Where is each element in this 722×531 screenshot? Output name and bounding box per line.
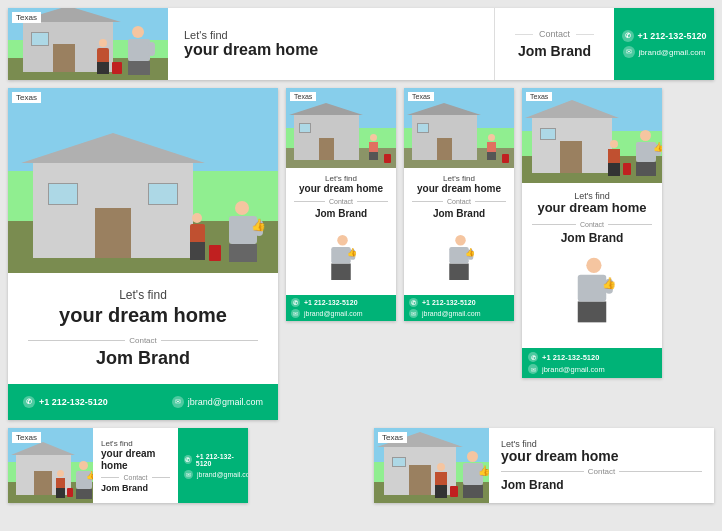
card-large-tagline2: your dream home bbox=[28, 304, 258, 326]
email-line: ✉ jbrand@gmail.com bbox=[623, 46, 706, 58]
card-large-text: Let's find your dream home Contact Jom B… bbox=[8, 273, 278, 384]
phone-icon: ✆ bbox=[622, 30, 634, 42]
card-large-tagline1: Let's find bbox=[28, 288, 258, 302]
card-med2-portrait: 👍 bbox=[404, 225, 514, 295]
banner-wb-tagline2: your dream home bbox=[501, 449, 702, 464]
card-med1-text: Let's find your dream home Contact Jom B… bbox=[286, 168, 396, 225]
card-med1-tagline1: Let's find bbox=[294, 174, 388, 183]
card-med1-footer: ✆ +1 212-132-5120 ✉ jbrand@gmail.com bbox=[286, 295, 396, 321]
texas-label-tall: Texas bbox=[526, 92, 552, 101]
banner-small-phone-icon: ✆ bbox=[184, 455, 192, 464]
banner-wb-text: Let's find your dream home Contact Jom B… bbox=[489, 428, 714, 503]
medium-cards-group: Texas bbox=[286, 88, 514, 321]
texas-label-med1: Texas bbox=[290, 92, 316, 101]
card-med1-contact-div: Contact bbox=[294, 198, 388, 205]
tagline1: Let's find bbox=[184, 29, 478, 41]
card-large-phone-icon: ✆ bbox=[23, 396, 35, 408]
card-med2-text: Let's find your dream home Contact Jom B… bbox=[404, 168, 514, 225]
card-med2-footer: ✆ +1 212-132-5120 ✉ jbrand@gmail.com bbox=[404, 295, 514, 321]
banner-small-email-icon: ✉ bbox=[184, 470, 193, 479]
banner-small-contact-div: Contact bbox=[101, 474, 170, 481]
banner-small-phone: ✆ +1 212-132-5120 bbox=[184, 453, 242, 467]
banner-wide-top: Texas bbox=[8, 8, 714, 80]
card-tall-tagline2: your dream home bbox=[532, 201, 652, 215]
card-tall-footer: ✆ +1 212-132-5120 ✉ jbrand@gmail.com bbox=[522, 348, 662, 378]
card-med1-tagline2: your dream home bbox=[294, 183, 388, 194]
banner-wide-bottom: Texas bbox=[374, 428, 714, 503]
card-med2-tagline2: your dream home bbox=[412, 183, 506, 194]
card-med2-phone-icon: ✆ bbox=[409, 298, 418, 307]
banner-wb-contact-div: Contact bbox=[501, 467, 702, 476]
card-med2-tagline1: Let's find bbox=[412, 174, 506, 183]
texas-label-top: Texas bbox=[12, 12, 41, 23]
house-sm-1 bbox=[294, 115, 359, 160]
card-medium-2: Texas bbox=[404, 88, 514, 321]
card-med1-house: Texas bbox=[286, 88, 396, 168]
card-large-contact-name: Jom Brand bbox=[28, 348, 258, 369]
banner-top-text: Let's find your dream home bbox=[168, 8, 494, 80]
card-large-house: Texas bbox=[8, 88, 278, 273]
card-tall-email: ✉ jbrand@gmail.com bbox=[528, 364, 656, 374]
card-tall-contact-div: Contact bbox=[532, 221, 652, 228]
card-large-phone: ✆ +1 212-132-5120 bbox=[23, 396, 108, 408]
card-med2-contact-div: Contact bbox=[412, 198, 506, 205]
bottom-row: Texas bbox=[8, 428, 714, 503]
card-med1-phone: ✆ +1 212-132-5120 bbox=[291, 298, 358, 307]
tagline2: your dream home bbox=[184, 41, 478, 59]
card-large: Texas bbox=[8, 88, 278, 420]
card-med1-phone-icon: ✆ bbox=[291, 298, 300, 307]
card-large-contact-divider: Contact bbox=[28, 336, 258, 345]
banner-small: Texas bbox=[8, 428, 248, 503]
card-med2-house: Texas bbox=[404, 88, 514, 168]
card-med1-email: ✉ jbrand@gmail.com bbox=[291, 309, 362, 318]
card-med2-phone: ✆ +1 212-132-5120 bbox=[409, 298, 476, 307]
card-med1-name: Jom Brand bbox=[294, 208, 388, 219]
banner-small-tagline2: your dream home bbox=[101, 448, 170, 472]
canvas: Texas bbox=[0, 0, 722, 531]
contact-divider: Contact bbox=[515, 29, 594, 39]
card-tall-house: Texas bbox=[522, 88, 662, 183]
banner-small-green: ✆ +1 212-132-5120 ✉ jbrand@gmail.com bbox=[178, 428, 248, 503]
card-tall-email-icon: ✉ bbox=[528, 364, 538, 374]
texas-label-med2: Texas bbox=[408, 92, 434, 101]
card-large-footer: ✆ +1 212-132-5120 ✉ jbrand@gmail.com bbox=[8, 384, 278, 420]
banner-top-contact: Contact Jom Brand bbox=[494, 8, 614, 80]
card-med2-email-icon: ✉ bbox=[409, 309, 418, 318]
card-tall-name: Jom Brand bbox=[532, 231, 652, 245]
card-tall-phone: ✆ +1 212-132-5120 bbox=[528, 352, 656, 362]
card-tall-phone-icon: ✆ bbox=[528, 352, 538, 362]
texas-label-small: Texas bbox=[12, 432, 41, 443]
contact-name: Jom Brand bbox=[515, 43, 594, 59]
card-med1-portrait: 👍 bbox=[286, 225, 396, 295]
email-icon: ✉ bbox=[623, 46, 635, 58]
card-large-email: ✉ jbrand@gmail.com bbox=[172, 396, 263, 408]
card-tall: Texas bbox=[522, 88, 662, 378]
card-med1-email-icon: ✉ bbox=[291, 309, 300, 318]
banner-small-text: Let's find your dream home Contact Jom B… bbox=[93, 428, 178, 503]
card-med2-email: ✉ jbrand@gmail.com bbox=[409, 309, 480, 318]
banner-top-green: ✆ +1 212-132-5120 ✉ jbrand@gmail.com bbox=[614, 8, 714, 80]
card-large-email-icon: ✉ bbox=[172, 396, 184, 408]
phone-line: ✆ +1 212-132-5120 bbox=[622, 30, 707, 42]
banner-wb-name: Jom Brand bbox=[501, 478, 702, 492]
banner-small-name: Jom Brand bbox=[101, 483, 170, 493]
people-sm-1 bbox=[368, 134, 391, 163]
texas-label-large: Texas bbox=[12, 92, 41, 103]
banner-small-email: ✉ jbrand@gmail.com bbox=[184, 470, 248, 479]
card-tall-text: Let's find your dream home Contact Jom B… bbox=[522, 183, 662, 253]
banner-small-tagline1: Let's find bbox=[101, 439, 170, 448]
texas-label-wb: Texas bbox=[378, 432, 407, 443]
middle-row: Texas bbox=[8, 88, 714, 420]
card-med2-name: Jom Brand bbox=[412, 208, 506, 219]
card-tall-portrait: 👍 bbox=[522, 253, 662, 348]
card-medium-1: Texas bbox=[286, 88, 396, 321]
